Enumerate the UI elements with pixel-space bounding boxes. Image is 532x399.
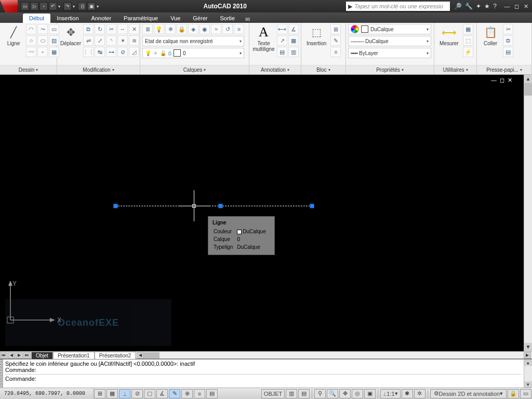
tab-extra-icon[interactable]: ✉ [245,16,250,23]
point-icon[interactable]: ▫ [37,47,48,57]
layer-props-icon[interactable]: ≣ [142,24,153,34]
chamfer-icon[interactable]: ◿ [129,47,139,57]
screen-icon[interactable]: ▣ [87,2,96,10]
redo-icon[interactable]: ↷ [63,2,72,10]
print-icon[interactable]: ⎙ [78,2,86,10]
doc-minimize-button[interactable]: — [491,77,497,84]
quickview-drawings-icon[interactable]: ▤ [298,389,310,398]
array-icon[interactable]: ⋮⋮ [83,47,94,57]
layout-tab-p1[interactable]: Présentation1 [53,352,95,359]
horizontal-scrollbar[interactable]: ◀ ▶ [137,352,531,358]
leader-icon[interactable]: ↗ [277,35,287,46]
layer-make-icon[interactable]: ◉ [200,24,210,34]
wheel-icon[interactable]: ◎ [352,389,363,398]
erase-icon[interactable]: ✕ [129,24,139,34]
new-icon[interactable]: ▭ [21,2,29,10]
open-icon[interactable]: ▷ [30,2,38,10]
annoauto-icon[interactable]: ✲ [414,389,425,398]
panel-modification[interactable]: Modification [57,65,140,74]
scroll-up-icon[interactable]: ▲ [524,75,532,83]
block-attr-icon[interactable]: ≡ [330,47,341,57]
scroll-down-icon[interactable]: ▼ [524,343,532,351]
undo-icon[interactable]: ↶ [49,2,57,10]
linetype-dropdown[interactable]: ———DuCalque [348,36,431,46]
fillet-icon[interactable]: ◝ [106,35,116,46]
scroll-thumb[interactable] [524,83,532,96]
drawing-canvas[interactable]: — ◻ ✕ Ligne CouleurDuCalque Calque0 Type… [0,75,524,351]
tab-nav-prev[interactable]: ◀ [8,352,15,358]
tab-nav-last[interactable]: ⏭ [23,352,31,358]
infocenter-exchange-icon[interactable]: ✦ [476,3,481,10]
hscroll-left-icon[interactable]: ◀ [137,352,144,358]
bloc-insertion-button[interactable]: ⬚ Insertion [303,24,329,47]
lineweight-dropdown[interactable]: ━━━ByLayer [348,48,431,58]
dim-linear-icon[interactable]: ⟷ [277,24,287,34]
save-icon[interactable]: ▫ [39,2,48,10]
tab-parametrique[interactable]: Paramétrique [117,14,164,23]
trim-icon[interactable]: ✂ [106,24,116,34]
annoscale-button[interactable]: ⟂ 1:1 ▾ [380,389,400,398]
layer-prev-icon[interactable]: ↺ [222,24,233,34]
grip-start[interactable] [113,204,118,208]
dyn-button[interactable]: ⊕ [181,389,193,398]
hscroll-right-icon[interactable]: ▶ [524,352,531,358]
panel-utilitaires[interactable]: Utilitaires [434,65,476,74]
deplacer-button[interactable]: ✥ Déplacer [59,24,82,47]
layer-off-icon[interactable]: 💡 [154,24,164,34]
explode-icon[interactable]: ✶ [117,35,128,46]
help-icon[interactable]: ? [493,3,497,10]
arc-icon[interactable]: ◠ [26,24,36,34]
polar-button[interactable]: ⊘ [131,389,143,398]
break-icon[interactable]: ⊘ [117,47,128,57]
minimize-button[interactable]: — [503,3,511,10]
layout-tab-objet[interactable]: Objet [31,352,53,359]
redo-dropdown[interactable]: ▾ [73,2,77,10]
cmd-scroll-down-icon[interactable]: ▾ [524,381,532,388]
spline-icon[interactable]: 〰 [26,47,36,57]
qp-button[interactable]: ▤ [206,389,218,398]
layer-current-dropdown[interactable]: 💡☀🔓⎙ 0 [142,48,244,58]
panel-bloc[interactable]: Bloc [301,65,345,74]
layer-match-icon[interactable]: ≈ [211,24,221,34]
cmd-scroll-up-icon[interactable]: ▴ [524,360,532,366]
infocenter-favorite-icon[interactable]: ★ [484,3,490,10]
copy-icon[interactable]: ⧉ [83,24,94,34]
layer-lock-icon[interactable]: 🔒 [177,24,187,34]
mtext-icon[interactable]: ▤ [277,47,287,57]
pan-icon[interactable]: ✥ [339,389,351,398]
qat-menu[interactable]: ▾ [97,2,101,10]
undo-dropdown[interactable]: ▾ [58,2,62,10]
tab-nav-next[interactable]: ▶ [16,352,23,358]
snap-button[interactable]: ⊞ [94,389,105,398]
stretch-icon[interactable]: ↹ [95,47,105,57]
tab-vue[interactable]: Vue [164,14,187,23]
tab-nav-first[interactable]: ⏮ [0,352,7,358]
maximize-button[interactable]: ◻ [512,3,521,10]
grip-mid[interactable] [218,204,223,208]
toolbar-lock-icon[interactable]: 🔒 [508,389,519,398]
match-icon[interactable]: ▤ [503,47,513,57]
coller-button[interactable]: 📋 Coller [479,24,502,47]
ellipse-icon[interactable]: ⬭ [37,35,48,46]
coordinates-readout[interactable]: 720.8495, 690.7997, 0.0000 [0,388,94,399]
grip-end[interactable] [310,204,314,208]
dim-angular-icon[interactable]: ∡ [288,24,299,34]
ducs-button[interactable]: ✎ [169,389,180,398]
panel-pressepapier[interactable]: Presse-papi... [477,65,531,74]
selected-line-entity[interactable] [115,206,313,206]
polyline-icon[interactable]: ⤳ [37,24,48,34]
command-window[interactable]: Spécifiez le coin inférieur gauche ou [A… [3,360,524,388]
layer-more-icon[interactable]: ≡ [234,24,244,34]
tab-gerer[interactable]: Gérer [187,14,214,23]
space-button[interactable]: OBJET [261,389,285,398]
tab-annoter[interactable]: Annoter [85,14,118,23]
panel-calques[interactable]: Calques [140,65,249,74]
panel-annotation[interactable]: Annotation [249,65,301,74]
scale-icon[interactable]: ⤢ [95,35,105,46]
hscroll-thumb[interactable] [144,352,159,358]
layer-freeze-icon[interactable]: ❄ [165,24,176,34]
otrack-button[interactable]: ∡ [156,389,168,398]
annovis-icon[interactable]: ✱ [402,389,413,398]
join-icon[interactable]: ⊶ [106,47,116,57]
mirror-icon[interactable]: ⇌ [83,35,94,46]
